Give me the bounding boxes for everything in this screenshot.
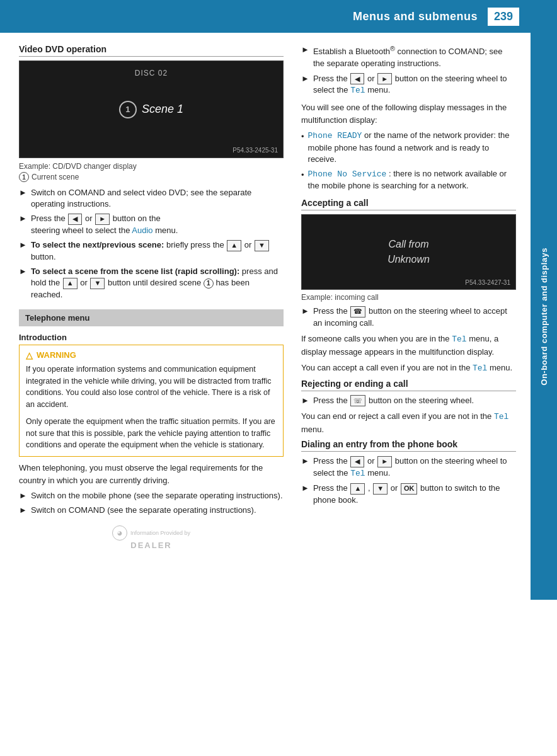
- right-arrow-btn-1: ►: [95, 214, 110, 225]
- end-phone-icon: ☏: [350, 395, 365, 406]
- accept-bullet-text: Press the ☎ button on the steering wheel…: [313, 306, 516, 329]
- bullet-arrow-1: ►: [19, 187, 27, 198]
- up-arrow-btn-1: ▲: [227, 240, 241, 251]
- tel-arrow-1: ►: [19, 490, 27, 501]
- dvd-caption-2: 1 Current scene: [19, 172, 284, 182]
- press-arrow-icon: ►: [301, 73, 309, 84]
- accept-bullet: ► Press the ☎ button on the steering whe…: [301, 306, 516, 329]
- sidebar-label-text: On-board computer and displays: [539, 248, 549, 386]
- dvd-scene-icon: 1: [119, 101, 137, 118]
- dot-2-text: Phone No Service : there is no network a…: [308, 168, 516, 192]
- reject-bullet: ► Press the ☏ button on the steering whe…: [301, 395, 516, 407]
- rejecting-section: Rejecting or ending a call ► Press the ☏…: [301, 379, 516, 436]
- telephone-para-1: When telephoning, you must observe the l…: [19, 462, 284, 486]
- telephone-section: Telephone menu Introduction △ WARNING If…: [19, 309, 284, 517]
- dot-item-1: • Phone READY or the name of the network…: [301, 130, 516, 165]
- bullet-arrow-3: ►: [19, 239, 27, 251]
- bullet-arrow-4: ►: [19, 266, 27, 277]
- dvd-current-scene-label: Current scene: [32, 173, 79, 181]
- dvd-screen: DISC 02 1 Scene 1 P54.33-2425-31: [19, 60, 284, 158]
- video-bullet-4-text: To select a scene from the scene list (r…: [31, 266, 284, 301]
- phone-no-service-status: Phone No Service: [308, 169, 387, 179]
- dvd-ref: P54.33-2425-31: [233, 147, 278, 154]
- call-screen-text: Call from Unknown: [388, 237, 430, 267]
- dot-2-bullet: •: [301, 169, 304, 181]
- accepting-section: Accepting a call Call from Unknown P54.3…: [301, 198, 516, 374]
- dial-bullet-1: ► Press the ◀ or ► button on the steerin…: [301, 455, 516, 479]
- intro-heading: Introduction: [19, 333, 284, 342]
- dial-arrow-1: ►: [301, 455, 309, 467]
- right-column: ► Establish a Bluetooth® connection to C…: [301, 44, 522, 556]
- page-number: 239: [488, 8, 519, 26]
- up-arrow-btn-d1: ▲: [350, 483, 365, 495]
- left-arrow-btn-r1: ◀: [350, 73, 364, 84]
- telephone-menu-header: Telephone menu: [19, 309, 284, 326]
- down-arrow-btn-d1: ▼: [373, 483, 388, 495]
- accept-phone-icon: ☎: [350, 306, 365, 318]
- tel-menu-ref-1: Tel: [350, 86, 365, 95]
- dvd-caption-1: Example: CD/DVD changer display: [19, 162, 284, 171]
- dial-arrow-2: ►: [301, 483, 309, 494]
- bullet-arrow-2: ►: [19, 213, 27, 224]
- bt-arrow: ►: [301, 44, 309, 55]
- dvd-scene-container: 1 Scene 1: [119, 101, 183, 118]
- circle-number-1: 1: [19, 172, 29, 182]
- press-arrow-text: Press the ◀ or ► button on the steering …: [313, 73, 516, 97]
- dial-bullet-2-text: Press the ▲ , ▼ or OK button to switch t…: [313, 483, 516, 506]
- bt-bullet-text: Establish a Bluetooth® connection to COM…: [313, 44, 516, 69]
- accept-para-2: You can accept a call even if you are no…: [301, 362, 516, 375]
- video-dvd-section: Video DVD operation DISC 02 1 Scene 1 P5…: [19, 44, 284, 301]
- main-content: Video DVD operation DISC 02 1 Scene 1 P5…: [0, 33, 557, 568]
- dealer-name: DEALER: [25, 541, 277, 550]
- tel-menu-ref-5: Tel: [350, 469, 365, 478]
- right-arrow-btn-r1: ►: [377, 73, 392, 84]
- tel-bullet-1-text: Switch on the mobile phone (see the sepa…: [31, 490, 284, 501]
- dialing-section: Dialing an entry from the phone book ► P…: [301, 439, 516, 506]
- footer-watermark: ◕ Information Provided by DEALER: [19, 519, 284, 556]
- accept-para-1: If someone calls you when you are in the…: [301, 333, 516, 358]
- dealer-icon: ◕: [112, 525, 127, 541]
- call-caption: Example: incoming call: [301, 293, 516, 302]
- down-arrow-btn-1: ▼: [255, 240, 269, 251]
- warning-title: △ WARNING: [26, 350, 277, 360]
- header-title: Menus and submenus: [353, 10, 478, 23]
- tel-bullet-2-text: Switch on COMAND (see the separate opera…: [31, 505, 284, 516]
- rejecting-heading: Rejecting or ending a call: [301, 379, 516, 391]
- warning-triangle-icon: △: [26, 350, 33, 360]
- reject-bullet-text: Press the ☏ button on the steering wheel…: [313, 395, 516, 407]
- tel-bullet-2: ► Switch on COMAND (see the separate ope…: [19, 505, 284, 516]
- dot-1-text: Phone READY or the name of the network p…: [308, 130, 516, 165]
- dealer-logo: ◕ Information Provided by: [25, 525, 277, 541]
- right-arrow-btn-d1: ►: [377, 456, 392, 467]
- reject-para: You can end or reject a call even if you…: [301, 410, 516, 435]
- video-bullet-2: ► Press the ◀ or ► button on the steerin…: [19, 213, 284, 236]
- accept-arrow: ►: [301, 306, 309, 317]
- sidebar-label: On-board computer and displays: [531, 33, 557, 600]
- dot-item-2: • Phone No Service : there is no network…: [301, 168, 516, 192]
- ok-btn: OK: [401, 483, 418, 495]
- video-bullet-1: ► Switch on COMAND and select video DVD;…: [19, 187, 284, 210]
- video-dvd-heading: Video DVD operation: [19, 44, 284, 57]
- up-arrow-btn-2: ▲: [63, 278, 78, 289]
- dial-bullet-1-text: Press the ◀ or ► button on the steering …: [313, 455, 516, 479]
- bluetooth-bullet: ► Establish a Bluetooth® connection to C…: [301, 44, 516, 69]
- press-arrow-bullet: ► Press the ◀ or ► button on the steerin…: [301, 73, 516, 97]
- video-bullet-4: ► To select a scene from the scene list …: [19, 266, 284, 301]
- tel-menu-ref-4: Tel: [494, 412, 508, 421]
- display-para: You will see one of the following displa…: [301, 101, 516, 126]
- phone-ready-status: Phone READY: [308, 131, 362, 140]
- left-arrow-btn-d1: ◀: [350, 456, 364, 467]
- video-bullet-1-text: Switch on COMAND and select video DVD; s…: [31, 187, 284, 210]
- tel-arrow-2: ►: [19, 505, 27, 516]
- warning-body-2: Only operate the equipment when the traf…: [26, 416, 277, 451]
- dvd-disc-label: DISC 02: [135, 69, 168, 77]
- call-screen: Call from Unknown P54.33-2427-31: [301, 214, 516, 290]
- dealer-text-label: Information Provided by: [130, 530, 190, 536]
- video-bullet-3: ► To select the next/previous scene: bri…: [19, 239, 284, 263]
- left-column: Video DVD operation DISC 02 1 Scene 1 P5…: [19, 44, 284, 556]
- accepting-heading: Accepting a call: [301, 198, 516, 210]
- dvd-scene-text: Scene 1: [142, 103, 183, 116]
- header-bar: Menus and submenus 239: [0, 0, 557, 33]
- warning-box: △ WARNING If you operate information sys…: [19, 345, 284, 457]
- dialing-heading: Dialing an entry from the phone book: [301, 439, 516, 452]
